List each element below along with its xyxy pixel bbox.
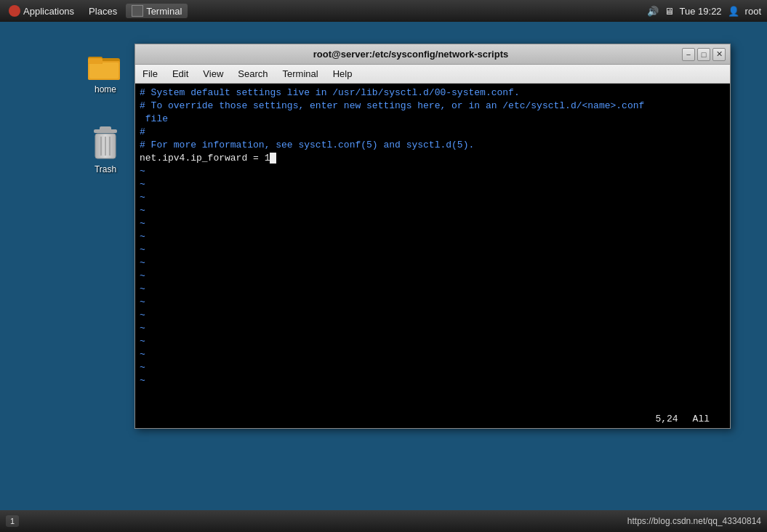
- editor-line: ~: [140, 374, 726, 387]
- editor-line: ~: [140, 348, 726, 361]
- editor-line: ~: [140, 270, 726, 283]
- editor-line: # To override those settings, enter new …: [140, 100, 726, 113]
- window-controls: − □ ✕: [682, 48, 726, 61]
- status-scroll: All: [693, 414, 710, 424]
- editor-area[interactable]: # System default settings live in /usr/l…: [135, 84, 730, 409]
- home-folder-icon: [88, 47, 123, 81]
- editor-line: #: [140, 126, 726, 139]
- svg-rect-4: [88, 58, 103, 64]
- editor-line: ~: [140, 191, 726, 204]
- user-icon: 👤: [728, 6, 739, 17]
- maximize-button[interactable]: □: [697, 48, 710, 61]
- editor-line: ~: [140, 165, 726, 178]
- trash-can-icon: [88, 126, 123, 161]
- editor-line: ~: [140, 217, 726, 230]
- editor-line: ~: [140, 204, 726, 217]
- terminal-icon: [132, 5, 143, 17]
- applications-label: Applications: [23, 6, 74, 17]
- bottom-item-1[interactable]: 1: [6, 515, 19, 527]
- menu-edit[interactable]: Edit: [165, 65, 196, 83]
- trash-icon-label: Trash: [95, 164, 116, 174]
- taskbar-user: root: [745, 6, 761, 17]
- window-titlebar: root@server:/etc/sysconfig/network-scrip…: [135, 44, 730, 65]
- editor-line: # System default settings live in /usr/l…: [140, 86, 726, 100]
- svg-rect-6: [100, 126, 111, 131]
- text-cursor: [270, 153, 276, 164]
- editor-line: ~: [140, 296, 726, 309]
- status-bar: 5,24 All: [135, 409, 730, 428]
- fedora-logo-icon: [9, 5, 20, 17]
- network-icon: 🖥: [664, 6, 674, 17]
- bottom-taskbar: 1 https://blog.csdn.net/qq_43340814: [0, 510, 767, 532]
- editor-line: ~: [140, 335, 726, 348]
- menu-help[interactable]: Help: [326, 65, 360, 83]
- places-label: Places: [89, 6, 117, 17]
- editor-line: ~: [140, 361, 726, 374]
- top-taskbar: Applications Places Terminal 🔊 🖥 Tue 19:…: [0, 0, 767, 22]
- editor-line: ~: [140, 230, 726, 243]
- desktop-icon-trash[interactable]: Trash: [80, 124, 131, 177]
- editor-line: # For more information, see sysctl.conf(…: [140, 139, 726, 152]
- editor-line: ~: [140, 178, 726, 191]
- svg-rect-2: [89, 63, 119, 78]
- minimize-button[interactable]: −: [682, 48, 695, 61]
- editor-line: net.ipv4.ip_forward = 1: [140, 152, 726, 165]
- editor-line: ~: [140, 283, 726, 296]
- editor-line: ~: [140, 322, 726, 335]
- close-button[interactable]: ✕: [712, 48, 726, 61]
- taskbar-time: Tue 19:22: [680, 6, 722, 17]
- menu-bar: File Edit View Search Terminal Help: [135, 65, 730, 84]
- desktop-icon-home[interactable]: home: [80, 44, 131, 97]
- terminal-taskbutton[interactable]: Terminal: [126, 4, 188, 18]
- menu-view[interactable]: View: [196, 65, 230, 83]
- editor-line: ~: [140, 309, 726, 322]
- applications-menu[interactable]: Applications: [3, 4, 80, 18]
- terminal-window: root@server:/etc/sysconfig/network-scrip…: [134, 44, 731, 429]
- status-position: 5,24: [655, 414, 678, 424]
- menu-search[interactable]: Search: [230, 65, 275, 83]
- terminal-label: Terminal: [146, 6, 182, 17]
- bottom-url: https://blog.csdn.net/qq_43340814: [627, 516, 761, 526]
- places-menu[interactable]: Places: [83, 4, 123, 18]
- desktop: home Trash roo: [0, 22, 767, 510]
- home-icon-label: home: [95, 84, 116, 94]
- editor-line: file: [140, 113, 726, 126]
- menu-file[interactable]: File: [135, 65, 165, 83]
- volume-icon: 🔊: [647, 6, 659, 17]
- menu-terminal[interactable]: Terminal: [276, 65, 326, 83]
- window-title: root@server:/etc/sysconfig/network-scrip…: [140, 49, 682, 60]
- editor-line: ~: [140, 243, 726, 257]
- editor-line: ~: [140, 257, 726, 270]
